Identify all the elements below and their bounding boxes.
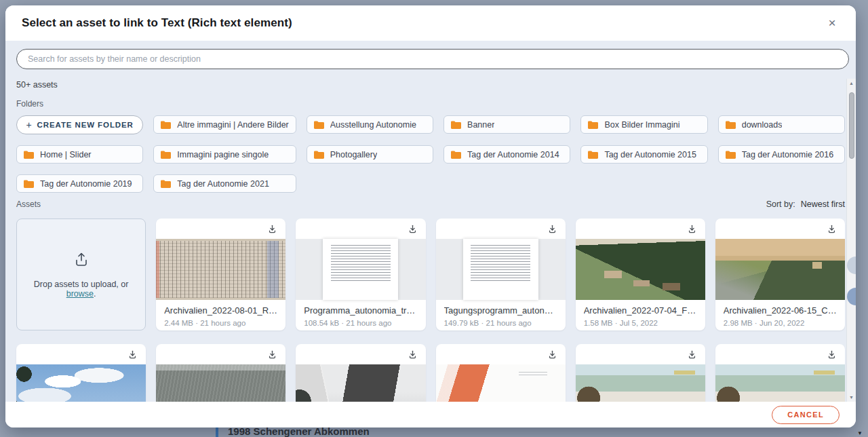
folder-chip-downloads[interactable]: downloads [718, 115, 845, 134]
asset-thumbnail [156, 364, 285, 402]
asset-thumbnail [296, 239, 425, 300]
folder-chip-label: Ausstellung Autonomie [330, 120, 416, 130]
folder-icon [161, 121, 171, 129]
folder-chip-tag-der-autonomie-2016[interactable]: Tag der Autonomie 2016 [718, 145, 845, 164]
asset-name: Archivalien_2022-07-04_Furnacia… [584, 305, 697, 316]
download-icon[interactable] [546, 223, 559, 235]
scrollbar-down-icon[interactable]: ▼ [847, 395, 856, 400]
assets-grid: Drop assets to upload, or browse. Archiv… [16, 218, 845, 402]
close-icon[interactable]: × [823, 14, 841, 32]
card-toolbar [436, 218, 566, 239]
asset-card[interactable] [436, 344, 566, 402]
results-count: 50+ assets [16, 80, 856, 90]
folder-icon [161, 151, 171, 159]
sort-control: Sort by: Newest first [766, 200, 845, 209]
folder-chip-photogallery[interactable]: Photogallery [307, 145, 433, 164]
folder-icon [451, 121, 461, 129]
asset-thumbnail [296, 364, 425, 402]
folder-chip-box-bilder-immagini[interactable]: Box Bilder Immagini [580, 115, 707, 134]
folder-chip-label: Tag der Autonomie 2019 [40, 179, 132, 189]
asset-card-castel[interactable]: Archivalien_2022-06-15_Castel-T… 2.98 MB… [715, 218, 845, 330]
folder-icon [314, 151, 324, 159]
page-scroll-down-icon[interactable]: ▼ [857, 430, 863, 436]
asset-card-furnacia[interactable]: Archivalien_2022-07-04_Furnacia… 1.58 MB… [576, 218, 705, 330]
download-icon[interactable] [126, 348, 139, 361]
asset-card[interactable] [715, 344, 845, 402]
folder-chip-tag-der-autonomie-2021[interactable]: Tag der Autonomie 2021 [153, 174, 296, 193]
upload-icon [73, 251, 90, 269]
folders-grid: + CREATE NEW FOLDER Altre immagini | And… [16, 115, 845, 193]
folder-chip-label: Altre immagini | Andere Bilder [177, 120, 288, 130]
download-icon[interactable] [825, 223, 838, 235]
card-info: Archivalien_2022-06-15_Castel-T… 2.98 MB… [715, 300, 845, 327]
asset-card-tagungsprogramm[interactable]: Tagungsprogramm_autonomie_ge… 149.79 kB … [436, 218, 566, 330]
download-icon[interactable] [686, 348, 698, 361]
card-toolbar [715, 218, 845, 239]
asset-meta: 149.79 kB · 21 hours ago [444, 319, 557, 327]
upload-dropzone[interactable]: Drop assets to upload, or browse. [16, 218, 146, 330]
folder-chip-ausstellung-autonomie[interactable]: Ausstellung Autonomie [307, 115, 433, 134]
scrollbar-thumb[interactable] [849, 92, 854, 159]
folder-chip-altre-immagini[interactable]: Altre immagini | Andere Bilder [153, 115, 296, 134]
asset-thumbnail [576, 239, 705, 300]
asset-card[interactable] [296, 344, 425, 402]
card-info: Archivalien_2022-07-04_Furnacia… 1.58 MB… [576, 300, 705, 327]
card-toolbar [436, 344, 566, 364]
modal-scrollbar[interactable]: ▲ ▼ [846, 79, 856, 402]
folder-icon [726, 151, 736, 159]
folder-chip-tag-der-autonomie-2015[interactable]: Tag der Autonomie 2015 [580, 145, 707, 164]
download-icon[interactable] [825, 348, 838, 361]
folder-chip-label: Tag der Autonomie 2015 [604, 150, 696, 159]
modal-footer: CANCEL [5, 402, 856, 428]
search-input[interactable] [16, 49, 849, 69]
asset-thumbnail [715, 239, 845, 300]
asset-picker-modal: Select an asset to link to Text (Rich te… [5, 5, 856, 428]
asset-card-registro[interactable]: Archivalien_2022-08-01_Registro… 2.44 MB… [156, 218, 285, 330]
download-icon[interactable] [686, 223, 698, 235]
plus-icon: + [26, 119, 33, 130]
download-icon[interactable] [266, 348, 279, 361]
folder-icon [451, 151, 461, 159]
asset-card[interactable] [16, 344, 146, 402]
folder-chip-tag-der-autonomie-2014[interactable]: Tag der Autonomie 2014 [443, 145, 570, 164]
card-toolbar [156, 218, 285, 239]
browse-link[interactable]: browse [66, 289, 94, 299]
modal-title: Select an asset to link to Text (Rich te… [22, 16, 292, 30]
assets-header: Assets Sort by: Newest first [16, 200, 845, 209]
download-icon[interactable] [406, 348, 419, 361]
download-icon[interactable] [546, 348, 559, 361]
asset-card[interactable] [156, 344, 285, 402]
folder-chip-banner[interactable]: Banner [443, 115, 570, 134]
card-toolbar [576, 218, 705, 239]
cancel-button[interactable]: CANCEL [772, 406, 840, 424]
sort-value-dropdown[interactable]: Newest first [801, 200, 845, 209]
asset-thumbnail [715, 364, 845, 402]
folder-chip-label: downloads [742, 120, 783, 130]
folder-icon [588, 151, 598, 159]
create-new-folder-button[interactable]: + CREATE NEW FOLDER [16, 115, 143, 134]
folder-chip-label: Tag der Autonomie 2016 [742, 150, 834, 159]
download-icon[interactable] [406, 223, 419, 235]
folder-icon [588, 121, 598, 129]
folder-chip-label: Home | Slider [40, 150, 92, 159]
folder-chip-label: Immagini pagine singole [177, 150, 269, 159]
asset-meta: 108.54 kB · 21 hours ago [304, 319, 417, 327]
folder-chip-tag-der-autonomie-2019[interactable]: Tag der Autonomie 2019 [16, 174, 143, 193]
modal-header: Select an asset to link to Text (Rich te… [5, 5, 856, 41]
folder-chip-label: Tag der Autonomie 2021 [177, 179, 269, 189]
asset-meta: 1.58 MB · Jul 5, 2022 [584, 319, 697, 327]
assets-section-label: Assets [16, 200, 41, 209]
asset-card[interactable] [576, 344, 705, 402]
folders-section-label: Folders [16, 99, 856, 109]
download-icon[interactable] [266, 223, 279, 235]
folder-chip-immagini-pagine-singole[interactable]: Immagini pagine singole [153, 145, 296, 164]
sort-by-label: Sort by: [766, 200, 795, 209]
folder-chip-label: Tag der Autonomie 2014 [467, 150, 559, 159]
scrollbar-up-icon[interactable]: ▲ [847, 81, 856, 86]
card-info: Archivalien_2022-08-01_Registro… 2.44 MB… [156, 300, 285, 327]
folder-icon [314, 121, 324, 129]
asset-card-programma[interactable]: Programma_autonomia_tra_ieri_o… 108.54 k… [296, 218, 425, 330]
card-toolbar [576, 344, 705, 364]
folder-chip-home-slider[interactable]: Home | Slider [16, 145, 143, 164]
card-info: Programma_autonomia_tra_ieri_o… 108.54 k… [296, 300, 425, 327]
